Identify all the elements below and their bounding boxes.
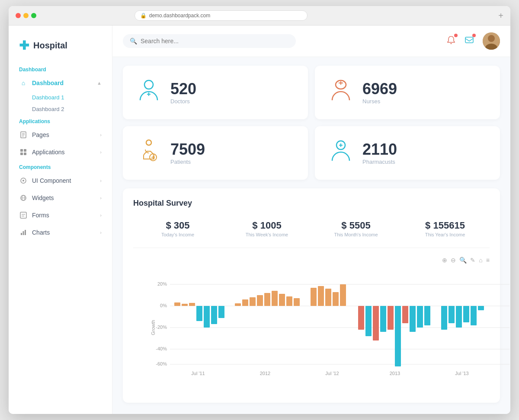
sidebar-item-label: Dashboard	[32, 80, 64, 86]
svg-rect-47	[189, 303, 195, 306]
zoom-out-button[interactable]: ⊖	[451, 257, 456, 264]
avatar-image	[483, 32, 500, 50]
apps-icon	[19, 148, 28, 156]
sidebar-item-forms[interactable]: Forms ›	[9, 207, 112, 224]
section-label-components: Components	[9, 161, 112, 172]
svg-text:Jul '11: Jul '11	[191, 371, 205, 376]
doctors-count: 520	[170, 80, 196, 98]
svg-point-23	[144, 80, 153, 89]
svg-rect-61	[311, 288, 317, 306]
pharmacist-icon	[328, 138, 354, 168]
income-today: $ 305 Today's Income	[133, 216, 222, 241]
chevron-right-icon: ›	[100, 178, 102, 183]
svg-text:-40%: -40%	[156, 346, 167, 351]
nurses-label: Nurses	[362, 98, 397, 105]
svg-rect-18	[25, 230, 26, 235]
svg-point-21	[488, 35, 495, 42]
url-bar[interactable]: 🔒 demo.dashboardpack.com	[135, 10, 308, 21]
svg-rect-59	[286, 296, 292, 306]
sidebar-item-ui-component[interactable]: UI Component ›	[9, 172, 112, 189]
stat-info-patients: 7509 Patients	[170, 141, 205, 165]
svg-text:Jul '13: Jul '13	[455, 371, 468, 376]
today-income-value: $ 305	[137, 220, 219, 231]
sidebar-item-applications[interactable]: Applications ›	[9, 143, 112, 161]
svg-text:-20%: -20%	[156, 325, 167, 330]
avatar[interactable]	[483, 32, 500, 50]
close-dot[interactable]	[16, 13, 21, 18]
section-label-dashboard: Dashboard	[9, 63, 112, 74]
stat-card-doctors: 520 Doctors	[123, 66, 308, 119]
logo-text: Hospital	[33, 41, 67, 51]
month-income-label: This Month's Income	[315, 232, 397, 237]
search-box[interactable]: 🔍	[123, 34, 296, 48]
income-grid: $ 305 Today's Income $ 1005 This Week's …	[133, 216, 490, 248]
messages-button[interactable]	[465, 35, 474, 47]
home-button[interactable]: ⌂	[479, 257, 482, 264]
chevron-right-icon: ›	[100, 230, 102, 235]
year-income-value: $ 155615	[404, 220, 486, 231]
svg-rect-57	[272, 291, 278, 306]
svg-rect-19	[465, 37, 473, 43]
svg-rect-49	[204, 306, 210, 328]
svg-rect-78	[456, 306, 462, 328]
sidebar-item-label: UI Component	[32, 177, 71, 184]
sidebar-item-label: Forms	[32, 212, 49, 219]
svg-rect-5	[24, 149, 26, 152]
svg-rect-75	[424, 306, 430, 325]
search-icon: 🔍	[130, 38, 137, 45]
header-actions	[446, 32, 500, 50]
patient-icon	[136, 138, 162, 168]
pan-button[interactable]: ✎	[470, 257, 475, 264]
notifications-button[interactable]	[446, 35, 456, 47]
maximize-dot[interactable]	[31, 13, 36, 18]
svg-rect-60	[294, 298, 300, 306]
minimize-dot[interactable]	[23, 13, 29, 18]
week-income-value: $ 1005	[226, 220, 308, 231]
svg-rect-52	[235, 303, 241, 306]
svg-rect-68	[373, 306, 379, 340]
svg-rect-73	[410, 306, 416, 332]
svg-rect-70	[388, 306, 394, 330]
svg-rect-13	[20, 212, 26, 218]
chart-wrapper: 20% 0% -20% -40% -60% Growth	[133, 267, 490, 392]
menu-button[interactable]: ≡	[486, 257, 490, 264]
nurses-count: 6969	[362, 80, 397, 98]
widgets-icon	[19, 194, 28, 202]
svg-rect-80	[471, 306, 477, 325]
income-year: $ 155615 This Year's Income	[400, 216, 490, 241]
message-badge	[472, 34, 476, 37]
svg-rect-67	[365, 306, 372, 336]
zoom-in-button[interactable]: ⊕	[442, 257, 447, 264]
patients-count: 7509	[170, 141, 205, 158]
search-input[interactable]	[141, 38, 289, 45]
svg-text:2013: 2013	[390, 371, 400, 376]
notification-badge	[454, 34, 458, 37]
svg-rect-56	[264, 293, 270, 306]
chevron-right-icon: ›	[100, 213, 102, 218]
svg-rect-54	[250, 297, 256, 306]
charts-icon	[19, 228, 28, 237]
sidebar-item-widgets[interactable]: Widgets ›	[9, 189, 112, 207]
svg-rect-66	[358, 306, 364, 330]
sidebar-item-dashboard[interactable]: ⌂ Dashboard ▲	[9, 74, 112, 92]
svg-rect-58	[279, 294, 285, 306]
sidebar-sub-item-dashboard1[interactable]: Dashboard 1	[9, 92, 112, 103]
section-label-applications: Applications	[9, 115, 112, 126]
svg-rect-76	[441, 306, 447, 330]
chevron-right-icon: ›	[100, 195, 102, 200]
new-tab-button[interactable]: +	[498, 11, 503, 21]
svg-rect-7	[24, 153, 26, 155]
year-income-label: This Year's Income	[404, 232, 486, 237]
svg-text:Growth: Growth	[151, 320, 156, 335]
sidebar-sub-item-dashboard2[interactable]: Dashboard 2	[9, 103, 112, 115]
app-layout: ✚ Hospital Dashboard ⌂ Dashboard ▲ Dashb…	[9, 25, 510, 414]
sidebar-item-charts[interactable]: Charts ›	[9, 224, 112, 241]
header: 🔍	[112, 25, 510, 57]
sidebar-item-label: Pages	[32, 131, 49, 138]
zoom-select-button[interactable]: 🔍	[459, 257, 467, 264]
svg-text:Jul '12: Jul '12	[325, 371, 339, 376]
svg-rect-48	[196, 306, 202, 321]
pages-icon	[19, 130, 28, 139]
svg-rect-69	[380, 306, 386, 332]
sidebar-item-pages[interactable]: Pages ›	[9, 126, 112, 143]
